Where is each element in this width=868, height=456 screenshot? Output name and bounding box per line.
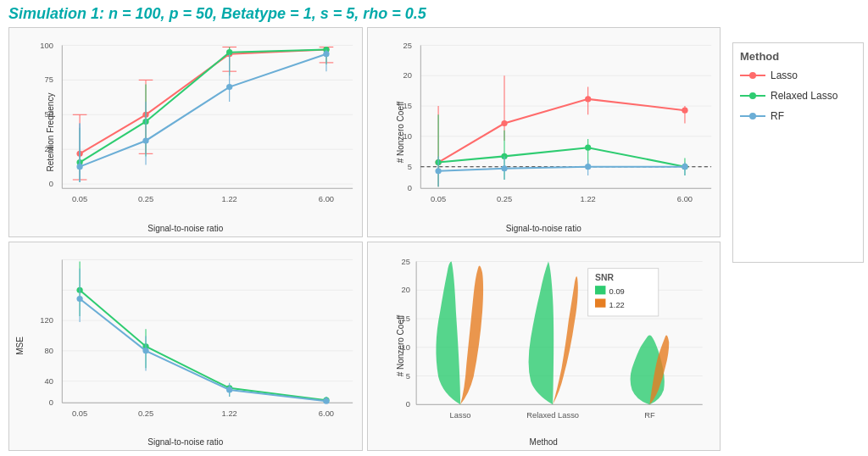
y-axis-label-top-right: # Nonzero Coeff [395, 101, 404, 163]
svg-text:0.25: 0.25 [496, 195, 511, 203]
plot-mse: MSE Signal-to-noise ratio 0 40 80 120 0.… [8, 242, 363, 452]
plot-nonzero-coeff-top: # Nonzero Coeff Signal-to-noise ratio 0 … [367, 27, 721, 237]
legend-title: Method [740, 50, 856, 63]
chart-svg-bottom-right: 0 5 10 15 20 25 Lasso Relaxed Lasso RF [368, 242, 721, 451]
svg-point-89 [501, 165, 507, 171]
legend-line-relaxed-lasso [740, 95, 765, 97]
svg-text:120: 120 [40, 316, 53, 325]
svg-text:Lasso: Lasso [449, 410, 470, 419]
svg-text:0.05: 0.05 [72, 409, 87, 417]
legend-dot-rf [749, 113, 756, 120]
legend-dot-lasso [749, 72, 756, 79]
svg-point-121 [142, 348, 148, 353]
svg-text:0: 0 [49, 398, 53, 407]
svg-point-75 [682, 108, 687, 114]
svg-text:1.22: 1.22 [609, 300, 624, 309]
svg-text:0.05: 0.05 [72, 195, 87, 203]
svg-text:1.22: 1.22 [222, 195, 237, 203]
svg-text:1.22: 1.22 [222, 409, 237, 417]
legend-item-rf: RF [740, 110, 856, 122]
legend-area: Method Lasso Relaxed Lasso RF [732, 42, 864, 263]
svg-text:0: 0 [405, 400, 409, 409]
x-axis-label-top-right: Signal-to-noise ratio [506, 224, 581, 233]
x-axis-label-bottom-left: Signal-to-noise ratio [147, 437, 223, 447]
svg-point-90 [585, 164, 591, 170]
svg-text:80: 80 [45, 346, 53, 354]
legend-line-rf [740, 115, 765, 117]
svg-text:6.00: 6.00 [319, 195, 334, 203]
svg-rect-143 [594, 286, 604, 294]
svg-text:6.00: 6.00 [676, 195, 692, 203]
chart-svg-top-right: 0 5 10 15 20 25 0.05 0.25 1.22 6.00 [368, 28, 721, 236]
x-axis-label-top-left: Signal-to-noise ratio [147, 224, 223, 233]
svg-text:6.00: 6.00 [319, 409, 334, 417]
plots-area: Retention Frequency Signal-to-noise rati… [8, 27, 721, 451]
svg-text:1.22: 1.22 [580, 195, 595, 203]
svg-rect-145 [594, 298, 604, 307]
svg-text:0.09: 0.09 [609, 287, 624, 296]
plot-retention-frequency: Retention Frequency Signal-to-noise rati… [8, 27, 363, 237]
y-axis-label-bottom-left: MSE [15, 336, 25, 355]
svg-text:20: 20 [401, 286, 409, 294]
legend-label-rf: RF [771, 110, 784, 122]
legend-item-lasso: Lasso [740, 70, 856, 81]
svg-point-122 [226, 386, 232, 392]
svg-text:Relaxed Lasso: Relaxed Lasso [526, 410, 579, 419]
legend-dot-relaxed-lasso [749, 92, 756, 99]
svg-point-88 [435, 168, 441, 174]
legend-label-lasso: Lasso [771, 70, 798, 81]
chart-svg-bottom-left: 0 40 80 120 0.05 0.25 1.22 6.00 [9, 242, 362, 451]
svg-point-82 [585, 145, 591, 151]
svg-text:0: 0 [407, 184, 411, 192]
svg-text:20: 20 [403, 71, 411, 80]
svg-text:0.05: 0.05 [431, 195, 446, 203]
svg-point-74 [585, 96, 591, 102]
svg-text:5: 5 [407, 163, 411, 171]
legend-label-relaxed-lasso: Relaxed Lasso [771, 90, 837, 102]
svg-text:0.25: 0.25 [138, 409, 153, 417]
svg-text:25: 25 [403, 42, 411, 50]
svg-text:75: 75 [45, 76, 53, 85]
svg-text:SNR: SNR [594, 273, 613, 282]
main-container: Simulation 1: n = 100, p = 50, Betatype … [0, 0, 868, 456]
svg-text:0: 0 [49, 180, 53, 188]
svg-text:40: 40 [45, 376, 53, 385]
legend-line-lasso [740, 75, 765, 76]
svg-point-47 [226, 84, 232, 90]
chart-svg-top-left: 0 25 50 75 100 0.05 0.25 1.22 6.00 [9, 28, 362, 236]
page-title: Simulation 1: n = 100, p = 50, Betatype … [8, 5, 426, 23]
y-axis-label-top-left: Retention Frequency [46, 92, 55, 171]
plot-violin: # Nonzero Coeff Method 0 5 10 15 20 25 [367, 242, 721, 452]
legend-item-relaxed-lasso: Relaxed Lasso [740, 90, 856, 102]
svg-point-91 [682, 164, 687, 170]
svg-text:5: 5 [405, 371, 409, 380]
svg-point-46 [142, 137, 148, 143]
svg-point-73 [501, 120, 507, 126]
svg-point-45 [76, 164, 82, 170]
svg-text:RF: RF [644, 410, 655, 419]
y-axis-label-bottom-right: # Nonzero Coeff [395, 315, 404, 377]
svg-point-123 [323, 398, 329, 403]
x-axis-label-bottom-right: Method [530, 437, 558, 447]
svg-point-120 [76, 295, 82, 301]
svg-text:25: 25 [401, 257, 409, 265]
svg-text:0.25: 0.25 [138, 195, 153, 203]
svg-text:100: 100 [40, 42, 53, 50]
svg-point-48 [323, 51, 329, 57]
